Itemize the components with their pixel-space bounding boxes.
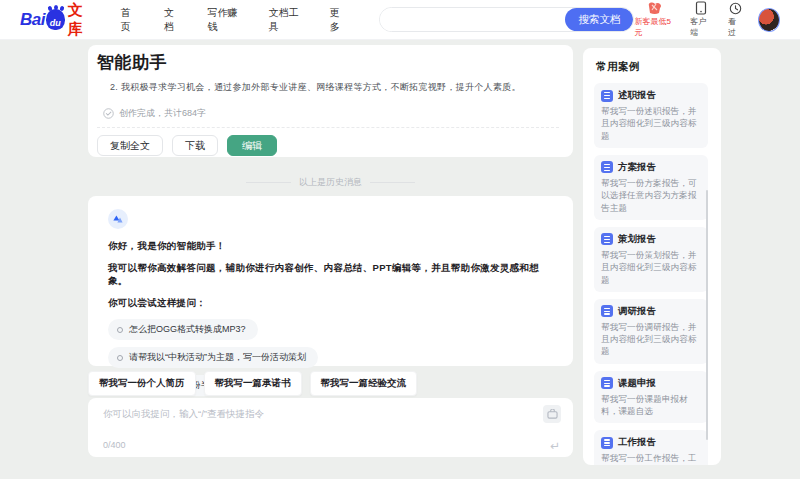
generation-status: 创作完成，共计684字: [103, 107, 561, 120]
document-actions: 复制全文 下载 编辑: [97, 135, 561, 156]
promo-gift-icon: [646, 1, 663, 15]
page: Bai du 文库 首页 文档 写作赚钱 文档工具 更多 搜索文档 新客最低5元: [0, 0, 800, 479]
sidebar-scrollbar-thumb[interactable]: [706, 190, 709, 440]
bullet-circle-icon: [117, 355, 123, 361]
document-icon: [601, 233, 613, 245]
document-icon: [601, 90, 613, 102]
assistant-greeting: 你好，我是你的智能助手！: [108, 240, 553, 253]
history-message-card: 智能助手 2. 我积极寻求学习机会，通过参加外部专业讲座、网络课程等方式，不断拓…: [88, 45, 573, 157]
quick-prompt-chips: 帮我写一份个人简历 帮我写一篇承诺书 帮我写一篇经验交流: [88, 371, 417, 396]
common-cases-panel: 常用案例 述职报告 帮我写一份述职报告，并且内容细化到三级内容标题 方案报告 帮…: [583, 48, 721, 465]
case-research-report[interactable]: 调研报告 帮我写一份调研报告，并且内容细化到三级内容标题: [594, 299, 708, 364]
main-nav: 首页 文档 写作赚钱 文档工具 更多: [120, 6, 347, 34]
logo-text-du: du: [50, 16, 61, 30]
nav-item-write-earn[interactable]: 写作赚钱: [208, 6, 243, 34]
logo-text-wenku: 文库: [68, 1, 95, 39]
case-work-report[interactable]: 工作报告 帮我写一份工作报告，工作类型随机: [594, 430, 708, 465]
composer-input[interactable]: [88, 398, 533, 436]
case-proposal-report[interactable]: 方案报告 帮我写一份方案报告，可以选择任意内容为方案报告主题: [594, 155, 708, 220]
header: Bai du 文库 首页 文档 写作赚钱 文档工具 更多 搜索文档 新客最低5元: [0, 0, 800, 40]
document-icon: [601, 305, 613, 317]
document-icon: [601, 377, 613, 389]
document-icon: [601, 437, 613, 449]
shortcut-command-icon[interactable]: [543, 405, 561, 423]
case-project-application[interactable]: 课题申报 帮我写一份课题申报材料，课题自选: [594, 371, 708, 424]
clock-icon: [729, 2, 742, 15]
suggestion-ogg-mp3[interactable]: 怎么把OGG格式转换成MP3?: [108, 319, 258, 340]
status-text: 创作完成，共计684字: [119, 107, 206, 120]
header-right: 新客最低5元 客户端 看过: [634, 1, 780, 38]
bullet-circle-icon: [117, 327, 123, 333]
chip-experience-exchange[interactable]: 帮我写一篇经验交流: [310, 371, 418, 396]
document-icon: [601, 161, 613, 173]
char-counter: 0/400: [103, 440, 126, 450]
assistant-intro: 我可以帮你高效解答问题，辅助你进行内容创作、内容总结、PPT编辑等，并且帮助你激…: [108, 262, 553, 288]
baidu-wenku-logo[interactable]: Bai du 文库: [20, 1, 94, 39]
check-circle-icon: [103, 108, 114, 119]
chip-resume[interactable]: 帮我写一份个人简历: [88, 371, 196, 396]
document-snippet: 2. 我积极寻求学习机会，通过参加外部专业讲座、网络课程等方式，不断拓宽视野，提…: [110, 81, 561, 94]
viewed-item[interactable]: 看过: [728, 2, 742, 38]
search-bar: 搜索文档: [379, 7, 634, 32]
dashed-separator: [97, 127, 559, 128]
edit-button[interactable]: 编辑: [227, 135, 277, 156]
search-input[interactable]: [380, 8, 565, 31]
history-divider-label: 以上是历史消息: [299, 176, 362, 189]
nav-item-docs[interactable]: 文档: [164, 6, 182, 34]
promo-item[interactable]: 新客最低5元: [634, 1, 674, 38]
page-title: 智能助手: [97, 51, 561, 74]
suggestion-mid-autumn-plan[interactable]: 请帮我以“中秋活动”为主题，写一份活动策划: [108, 347, 318, 368]
assistant-hint: 你可以尝试这样提问：: [108, 297, 553, 310]
assistant-message-card: 你好，我是你的智能助手！ 我可以帮你高效解答问题，辅助你进行内容创作、内容总结、…: [88, 196, 573, 366]
logo-text-bai: Bai: [20, 10, 45, 30]
search-button[interactable]: 搜索文档: [565, 8, 633, 31]
nav-item-doc-tools[interactable]: 文档工具: [269, 6, 304, 34]
baidu-paw-icon: du: [46, 9, 65, 30]
chip-commitment-letter[interactable]: 帮我写一篇承诺书: [204, 371, 302, 396]
viewed-label: 看过: [728, 16, 742, 38]
sidebar-title: 常用案例: [596, 60, 708, 74]
user-avatar[interactable]: [758, 8, 780, 32]
case-debriefing-report[interactable]: 述职报告 帮我写一份述职报告，并且内容细化到三级内容标题: [594, 83, 708, 148]
promo-label: 新客最低5元: [634, 16, 674, 38]
message-composer: 0/400 ↵: [88, 398, 573, 457]
nav-item-home[interactable]: 首页: [120, 6, 138, 34]
assistant-avatar-icon: [108, 209, 128, 229]
phone-icon: [695, 1, 707, 15]
download-button[interactable]: 下载: [172, 135, 218, 156]
client-label: 客户端: [690, 16, 712, 38]
case-planning-report[interactable]: 策划报告 帮我写一份策划报告，并且内容细化到三级内容标题: [594, 227, 708, 292]
client-item[interactable]: 客户端: [690, 1, 712, 38]
nav-item-more[interactable]: 更多: [330, 6, 348, 34]
copy-all-button[interactable]: 复制全文: [97, 135, 163, 156]
history-divider: 以上是历史消息: [88, 176, 573, 189]
send-enter-icon[interactable]: ↵: [550, 439, 560, 453]
